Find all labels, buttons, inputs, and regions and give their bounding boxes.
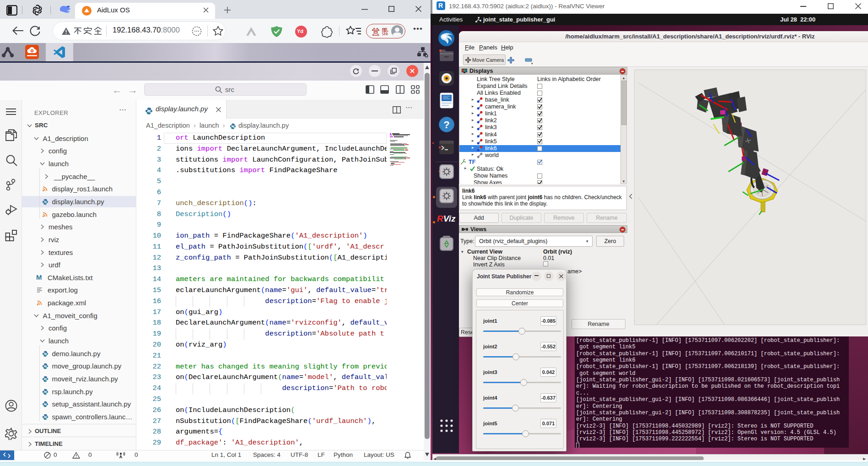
svg-text:?: ?: [443, 119, 449, 130]
